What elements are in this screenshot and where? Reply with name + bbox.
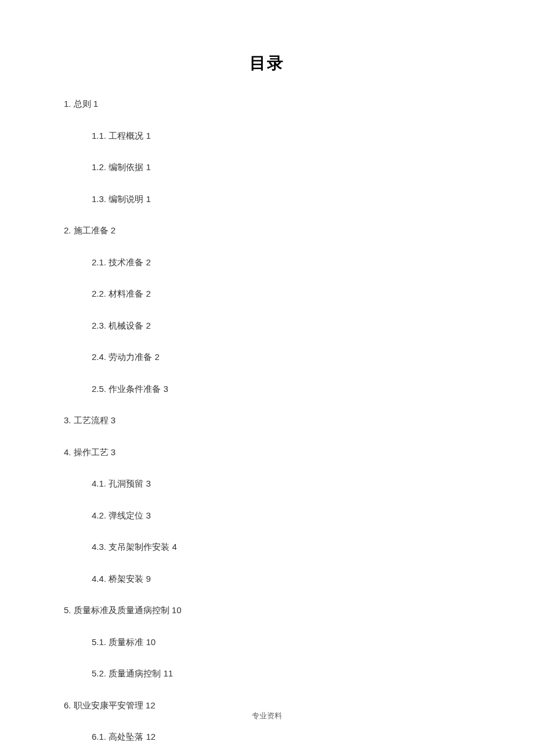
toc-page: 3 [146, 510, 150, 520]
toc-number: 2.2. [92, 289, 106, 298]
toc-page: 2 [146, 257, 150, 267]
toc-text: 编制依据 [109, 162, 143, 172]
toc-number: 2.4. [92, 352, 106, 362]
toc-text: 工程概况 [109, 131, 143, 141]
toc-entry: 1.1. 工程概况 1 [92, 129, 470, 143]
toc-entry: 1.3. 编制说明 1 [92, 193, 470, 206]
toc-page: 11 [163, 668, 173, 678]
toc-text: 工艺流程 [74, 415, 109, 425]
toc-page: 1 [93, 99, 98, 109]
toc-text: 施工准备 [74, 225, 109, 235]
toc-number: 6. [64, 700, 71, 710]
toc-entry: 5. 质量标准及质量通病控制 10 [64, 604, 470, 617]
document-title: 目录 [64, 52, 470, 74]
toc-number: 6.1. [92, 732, 106, 741]
toc-number: 5. [64, 605, 71, 615]
toc-page: 1 [146, 162, 150, 172]
toc-entry: 6.1. 高处坠落 12 [92, 730, 470, 744]
toc-page: 10 [172, 605, 182, 615]
toc-number: 1.1. [92, 131, 106, 141]
page-footer: 专业资料 [0, 711, 534, 721]
toc-number: 3. [64, 415, 71, 425]
toc-text: 材料准备 [109, 289, 143, 298]
toc-text: 职业安康平安管理 [74, 700, 143, 710]
toc-page: 2 [146, 289, 150, 298]
toc-entry: 1.2. 编制依据 1 [92, 161, 470, 174]
toc-entry: 2.4. 劳动力准备 2 [92, 351, 470, 364]
toc-number: 4.3. [92, 542, 106, 552]
toc-number: 4.4. [92, 574, 106, 584]
toc-page: 10 [146, 637, 156, 647]
toc-entry: 4.1. 孔洞预留 3 [92, 477, 470, 491]
toc-entry: 4.3. 支吊架制作安装 4 [92, 541, 470, 554]
toc-page: 2 [154, 352, 159, 362]
toc-number: 1.2. [92, 162, 106, 172]
toc-entry: 4.2. 弹线定位 3 [92, 509, 470, 523]
toc-text: 劳动力准备 [109, 352, 152, 362]
toc-entry: 2.1. 技术准备 2 [92, 256, 470, 269]
toc-page: 3 [111, 447, 116, 457]
toc-number: 2.5. [92, 384, 106, 394]
document-page: 目录 1. 总则 1 1.1. 工程概况 1 1.2. 编制依据 1 1.3. … [0, 0, 534, 756]
toc-page: 3 [163, 384, 168, 394]
toc-page: 2 [111, 225, 116, 235]
toc-entry: 4.4. 桥架安装 9 [92, 573, 470, 586]
toc-text: 质量通病控制 [109, 668, 161, 678]
toc-entry: 2.5. 作业条件准备 3 [92, 383, 470, 396]
toc-entry: 5.2. 质量通病控制 11 [92, 667, 470, 681]
toc-number: 4. [64, 447, 71, 457]
toc-text: 作业条件准备 [109, 384, 161, 394]
toc-number: 4.2. [92, 510, 106, 520]
toc-page: 4 [172, 542, 176, 552]
toc-entry: 6. 职业安康平安管理 12 [64, 699, 470, 712]
toc-text: 操作工艺 [74, 447, 109, 457]
toc-text: 弹线定位 [109, 510, 143, 520]
toc-number: 5.1. [92, 637, 106, 647]
toc-text: 机械设备 [109, 321, 143, 330]
toc-page: 1 [146, 194, 150, 204]
toc-page: 3 [146, 478, 150, 488]
toc-number: 5.2. [92, 668, 106, 678]
toc-number: 2.3. [92, 321, 106, 330]
toc-page: 3 [111, 415, 116, 425]
toc-page: 12 [146, 732, 156, 741]
toc-page: 1 [146, 131, 150, 141]
toc-text: 质量标准及质量通病控制 [74, 605, 169, 615]
toc-entry: 3. 工艺流程 3 [64, 414, 470, 427]
toc-text: 技术准备 [109, 257, 143, 267]
toc-number: 2. [64, 225, 71, 235]
toc-entry: 2.2. 材料准备 2 [92, 287, 470, 301]
toc-entry: 2.3. 机械设备 2 [92, 319, 470, 333]
toc-text: 编制说明 [109, 194, 143, 204]
toc-entry: 5.1. 质量标准 10 [92, 636, 470, 649]
toc-page: 9 [146, 574, 150, 584]
toc-number: 2.1. [92, 257, 106, 267]
toc-entry: 2. 施工准备 2 [64, 224, 470, 237]
toc-entry: 4. 操作工艺 3 [64, 446, 470, 459]
toc-page: 2 [146, 321, 150, 330]
table-of-contents: 1. 总则 1 1.1. 工程概况 1 1.2. 编制依据 1 1.3. 编制说… [64, 98, 470, 756]
toc-text: 质量标准 [109, 637, 143, 647]
toc-text: 桥架安装 [109, 574, 143, 584]
toc-number: 4.1. [92, 478, 106, 488]
toc-page: 12 [146, 700, 156, 710]
toc-text: 孔洞预留 [109, 478, 143, 488]
toc-number: 1.3. [92, 194, 106, 204]
toc-text: 支吊架制作安装 [109, 542, 169, 552]
toc-text: 高处坠落 [109, 732, 143, 741]
toc-entry: 1. 总则 1 [64, 98, 470, 111]
toc-number: 1. [64, 99, 71, 109]
toc-text: 总则 [74, 99, 91, 109]
